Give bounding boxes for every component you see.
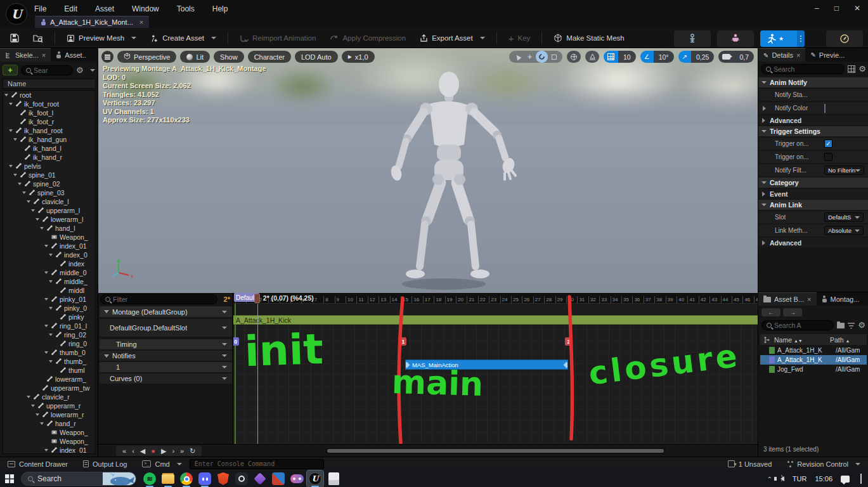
dropdown-no filterin[interactable]: No Filterin: [824, 166, 864, 175]
grid-snap-group[interactable]: 10: [604, 51, 636, 63]
expand-arrow-icon[interactable]: [13, 174, 17, 176]
expand-right-icon[interactable]: [762, 192, 765, 197]
tree-item-root[interactable]: root: [3, 91, 96, 100]
section-collapse-icon[interactable]: [761, 204, 767, 206]
scale-tool-button[interactable]: [548, 51, 560, 63]
expand-arrow-icon[interactable]: [49, 254, 53, 256]
expand-right-icon[interactable]: [762, 118, 765, 123]
chevron-down-icon[interactable]: [222, 366, 227, 368]
section-anim-link[interactable]: Anim Link: [758, 200, 868, 210]
taskbar-app-crystal[interactable]: [252, 471, 268, 487]
reimport-animation-button[interactable]: Reimport Animation: [233, 30, 322, 46]
folder-icon[interactable]: [837, 323, 845, 328]
playhead-line[interactable]: [257, 304, 258, 444]
menu-tools[interactable]: Tools: [177, 4, 195, 13]
timeline-scrollbar-thumb[interactable]: [327, 449, 664, 453]
add-bone-button[interactable]: +: [3, 65, 18, 75]
tree-item-ik_foot_root[interactable]: ik_foot_root: [3, 100, 96, 108]
tree-item-upperarm_l[interactable]: upperarm_l: [3, 206, 96, 215]
section-collapse-icon[interactable]: [761, 81, 767, 84]
tree-item-Weapon_[interactable]: Weapon_: [3, 233, 96, 242]
section-anim-notify[interactable]: Anim Notify: [758, 77, 868, 88]
timeline-row-montage-defaultgroup-[interactable]: Montage (DefaultGroup): [100, 306, 232, 317]
timeline-row-timing[interactable]: Timing: [100, 339, 232, 349]
tree-item-Weapon_[interactable]: Weapon_: [3, 428, 96, 437]
expand-arrow-icon[interactable]: [44, 298, 48, 301]
expand-arrow-icon[interactable]: [49, 360, 53, 363]
move-tool-button[interactable]: +: [524, 51, 536, 63]
taskbar-app-spotify[interactable]: ≋: [141, 471, 158, 487]
output-log-button[interactable]: Output Log: [75, 457, 134, 471]
viewport-pill-x1-0[interactable]: ▶x1,0: [342, 51, 375, 63]
tree-item-spine_01[interactable]: spine_01: [3, 171, 96, 179]
timeline-filter-input[interactable]: [113, 295, 212, 303]
tab-close-icon[interactable]: ×: [807, 295, 811, 303]
tree-item-index_0[interactable]: index_0: [3, 250, 96, 259]
chevron-down-icon[interactable]: [222, 377, 227, 380]
export-asset-button[interactable]: Export Asset: [413, 30, 491, 46]
tab-close-icon[interactable]: ×: [42, 51, 46, 59]
taskbar-app-explorer[interactable]: [160, 471, 176, 487]
save-button[interactable]: [4, 30, 25, 46]
tree-item-pinky_01[interactable]: pinky_01: [3, 295, 96, 304]
tree-item-ik_foot_l[interactable]: ik_foot_l: [3, 108, 96, 117]
expand-arrow-icon[interactable]: [22, 192, 26, 194]
tree-item-ik_foot_r[interactable]: ik_foot_r: [3, 117, 96, 126]
step-forward-button[interactable]: ›: [172, 446, 174, 456]
tree-item-thumb_0[interactable]: thumb_0: [3, 348, 96, 357]
tree-item-thuml[interactable]: thuml: [3, 366, 96, 375]
column-path[interactable]: Path ▲: [830, 336, 850, 344]
asset-row-a_attack_1h_k[interactable]: A_Attack_1H_K/All/Gam: [760, 346, 867, 355]
viewport-menu-icon[interactable]: [101, 51, 113, 63]
timeline-grid[interactable]: [233, 325, 758, 444]
clock[interactable]: 15:06: [815, 475, 832, 483]
chevron-down-icon[interactable]: [222, 343, 227, 346]
loop-button[interactable]: ↻: [190, 446, 195, 456]
collapsed-advanced-13[interactable]: Advanced: [758, 238, 868, 247]
tree-item-ik_hand_r[interactable]: ik_hand_r: [3, 153, 96, 162]
asset-search-input[interactable]: [774, 321, 829, 329]
tree-item-upperarm_r[interactable]: upperarm_r: [3, 401, 96, 410]
tab-asset-browser[interactable]: Asset B... ×: [758, 292, 817, 306]
apply-compression-button[interactable]: Apply Compression: [323, 30, 412, 46]
chevron-down-icon[interactable]: [222, 327, 227, 329]
taskbar-app-controller[interactable]: [288, 471, 305, 487]
expand-arrow-icon[interactable]: [13, 138, 17, 141]
expand-arrow-icon[interactable]: [49, 307, 53, 309]
tree-item-middle_[interactable]: middle_: [3, 277, 96, 286]
expand-arrow-icon[interactable]: [40, 422, 44, 425]
menu-asset[interactable]: Asset: [95, 4, 114, 13]
menu-edit[interactable]: Edit: [64, 4, 77, 13]
viewport-pill-lit[interactable]: Lit: [180, 51, 210, 63]
checkbox-checked[interactable]: ✓: [824, 140, 832, 148]
rotation-snap-value[interactable]: 10°: [654, 51, 674, 63]
expand-arrow-icon[interactable]: [44, 325, 48, 327]
key-button[interactable]: + Key: [502, 30, 537, 46]
chevron-down-icon[interactable]: [222, 311, 227, 313]
collapsed-advanced-3[interactable]: Advanced: [758, 115, 868, 125]
tree-item-index[interactable]: index: [3, 259, 96, 268]
tab-close-icon[interactable]: ×: [796, 51, 800, 59]
tab-asset-details[interactable]: Asset..: [51, 48, 91, 62]
tab-skeleton-tree[interactable]: Skele... ×: [0, 48, 51, 62]
select-tool-button[interactable]: [512, 51, 524, 63]
menu-help[interactable]: Help: [212, 4, 228, 13]
tree-item-clavicle_r[interactable]: clavicle_r: [3, 393, 96, 401]
scale-snap-value[interactable]: 0,25: [691, 51, 714, 63]
rotate-tool-button[interactable]: [536, 51, 548, 63]
cmd-selector[interactable]: >_ Cmd: [134, 457, 189, 471]
taskbar-app-chrome[interactable]: [178, 471, 195, 487]
record-button[interactable]: ●: [151, 446, 155, 456]
tree-column-header[interactable]: Name: [3, 79, 96, 89]
expand-arrow-icon[interactable]: [27, 200, 30, 203]
tree-item-hand_r[interactable]: hand_r: [3, 419, 96, 428]
tree-item-ik_hand_l[interactable]: ik_hand_l: [3, 144, 96, 153]
skeleton-search-input[interactable]: [34, 67, 68, 74]
timeline-row-defaultgroup-defaultslot[interactable]: DefaultGroup.DefaultSlot: [100, 319, 232, 337]
coordinate-space-button[interactable]: [567, 51, 581, 63]
expand-arrow-icon[interactable]: [49, 280, 53, 283]
tree-item-pinky_0[interactable]: pinky_0: [3, 304, 96, 313]
preview-viewport[interactable]: Previewing Montage A_Attack_1H_Kick_Mont…: [98, 48, 758, 293]
expand-arrow-icon[interactable]: [104, 354, 109, 358]
preview-mesh-button[interactable]: Preview Mesh: [60, 30, 143, 46]
